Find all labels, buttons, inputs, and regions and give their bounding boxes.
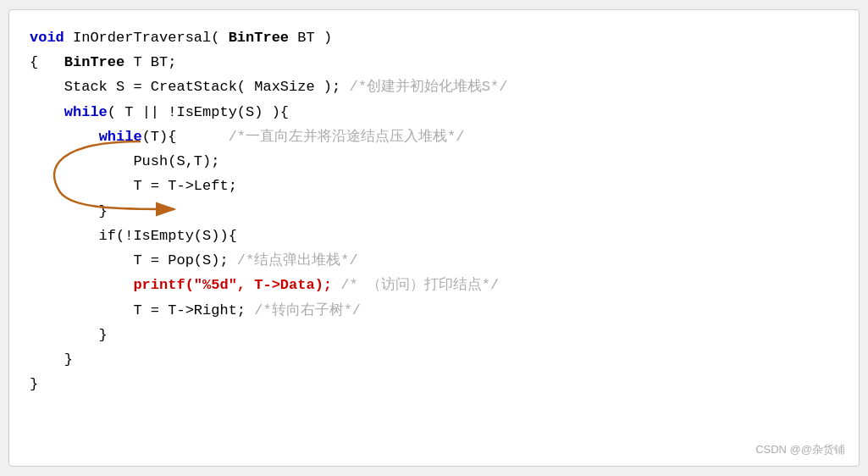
code-line-6: Push(S,T); <box>30 149 838 174</box>
code-line-1: void InOrderTraversal( BinTree BT ) <box>30 25 838 50</box>
code-line-2: { BinTree T BT; <box>30 50 838 75</box>
comment-while-inner: /*一直向左并将沿途结点压入堆栈*/ <box>176 129 464 145</box>
keyword-while-inner: while <box>99 129 142 145</box>
code-line-5: while(T){ /*一直向左并将沿途结点压入堆栈*/ <box>30 125 838 149</box>
code-line-14: } <box>30 347 838 372</box>
comment-pop: /*结点弹出堆栈*/ <box>237 252 358 268</box>
code-line-9: if(!IsEmpty(S)){ <box>30 224 838 248</box>
code-line-4: while( T || !IsEmpty(S) ){ <box>30 100 838 125</box>
type-bintree: BinTree <box>229 30 289 46</box>
comment-init-stack: /*创建并初始化堆栈S*/ <box>349 79 507 95</box>
comment-right: /*转向右子树*/ <box>254 302 361 318</box>
code-line-13: } <box>30 323 838 347</box>
keyword-void: void <box>30 30 64 46</box>
code-line-12: T = T->Right; /*转向右子树*/ <box>30 298 838 323</box>
keyword-while-outer: while <box>64 104 108 120</box>
code-line-3: Stack S = CreatStack( MaxSize ); /*创建并初始… <box>30 75 838 99</box>
code-block: void InOrderTraversal( BinTree BT ) { Bi… <box>30 25 838 397</box>
printf-statement: printf("%5d", T->Data); <box>133 277 332 293</box>
code-line-10: T = Pop(S); /*结点弹出堆栈*/ <box>30 248 838 273</box>
code-line-15: } <box>30 372 838 396</box>
code-line-7: T = T->Left; <box>30 174 838 198</box>
code-container: void InOrderTraversal( BinTree BT ) { Bi… <box>8 9 860 467</box>
comment-printf: /* （访问）打印结点*/ <box>340 277 499 293</box>
code-line-8: } <box>30 199 838 224</box>
code-line-11: printf("%5d", T->Data); /* （访问）打印结点*/ <box>30 273 838 297</box>
watermark: CSDN @@杂货铺 <box>755 442 845 457</box>
